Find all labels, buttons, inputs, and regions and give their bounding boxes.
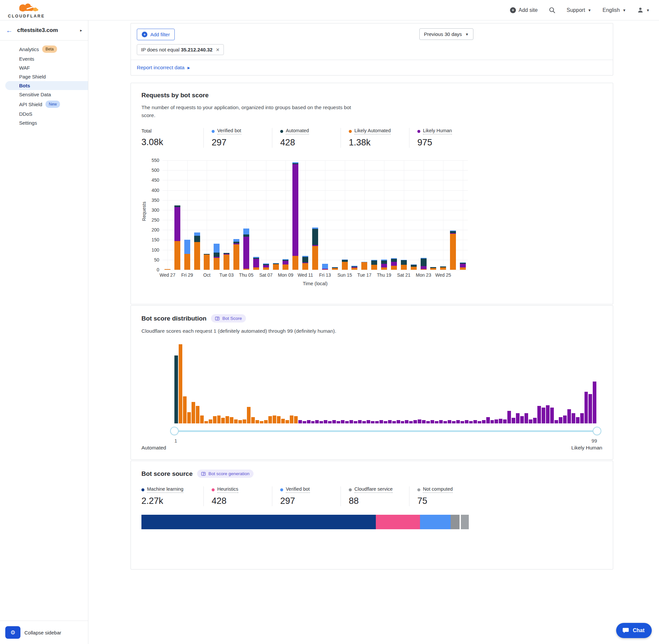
requests-bar[interactable] bbox=[214, 244, 219, 270]
hist-bar[interactable] bbox=[503, 419, 507, 423]
requests-bar[interactable] bbox=[243, 229, 249, 270]
search-button[interactable] bbox=[549, 7, 556, 14]
bot-score-generation-badge[interactable]: Bot score generation bbox=[197, 469, 254, 478]
hist-bar[interactable] bbox=[336, 421, 340, 423]
hist-bar[interactable] bbox=[294, 416, 298, 423]
hist-bar[interactable] bbox=[183, 396, 187, 423]
language-menu[interactable]: English▼ bbox=[603, 7, 626, 13]
hist-bar[interactable] bbox=[576, 417, 580, 423]
hist-bar[interactable] bbox=[572, 413, 575, 423]
hist-bar[interactable] bbox=[213, 416, 217, 423]
requests-bar[interactable] bbox=[302, 256, 308, 270]
hist-bar[interactable] bbox=[196, 406, 199, 423]
hist-bar[interactable] bbox=[388, 420, 392, 423]
requests-bar[interactable] bbox=[184, 240, 190, 270]
hist-bar[interactable] bbox=[486, 417, 490, 423]
hist-bar[interactable] bbox=[315, 420, 319, 423]
hist-bar[interactable] bbox=[542, 408, 545, 423]
requests-bar[interactable] bbox=[361, 262, 367, 270]
hist-bar[interactable] bbox=[174, 355, 178, 423]
sidebar-item-api-shield[interactable]: API ShieldNew bbox=[0, 99, 88, 110]
sidebar-item-settings[interactable]: Settings bbox=[0, 118, 88, 127]
back-arrow-icon[interactable]: ← bbox=[6, 27, 13, 33]
hist-bar[interactable] bbox=[332, 420, 336, 423]
hist-bar[interactable] bbox=[550, 408, 554, 423]
hist-bar[interactable] bbox=[341, 420, 345, 423]
sidebar-item-sensitive-data[interactable]: Sensitive Data bbox=[0, 90, 88, 99]
hist-bar[interactable] bbox=[281, 419, 285, 423]
slider-handle-min[interactable] bbox=[170, 427, 179, 435]
sidebar-item-waf[interactable]: WAF bbox=[0, 63, 88, 72]
requests-bar[interactable] bbox=[312, 228, 318, 270]
hist-bar[interactable] bbox=[384, 421, 387, 423]
bot-score-doc-badge[interactable]: Bot Score bbox=[211, 314, 245, 322]
hist-bar[interactable] bbox=[392, 421, 396, 423]
hist-bar[interactable] bbox=[456, 420, 460, 423]
hist-bar[interactable] bbox=[247, 407, 251, 423]
hist-bar[interactable] bbox=[251, 417, 255, 423]
requests-bar[interactable] bbox=[332, 267, 338, 270]
add-filter-button[interactable]: + Add filter bbox=[137, 29, 175, 40]
requests-bar[interactable] bbox=[263, 263, 269, 270]
sidebar-item-page-shield[interactable]: Page Shield bbox=[0, 72, 88, 81]
hist-bar[interactable] bbox=[328, 421, 332, 423]
requests-bar[interactable] bbox=[450, 230, 456, 270]
hist-bar[interactable] bbox=[426, 421, 430, 423]
hist-bar[interactable] bbox=[243, 419, 246, 423]
hist-bar[interactable] bbox=[524, 413, 528, 423]
hist-bar[interactable] bbox=[290, 415, 293, 423]
hist-bar[interactable] bbox=[358, 420, 362, 423]
hist-bar[interactable] bbox=[588, 394, 592, 423]
hist-bar[interactable] bbox=[187, 412, 191, 423]
hist-bar[interactable] bbox=[371, 421, 375, 423]
sidebar-item-events[interactable]: Events bbox=[0, 54, 88, 63]
hist-bar[interactable] bbox=[546, 405, 549, 423]
hist-bar[interactable] bbox=[585, 392, 588, 423]
slider-handle-max[interactable] bbox=[593, 427, 601, 435]
hist-bar[interactable] bbox=[537, 406, 541, 423]
requests-bar[interactable] bbox=[165, 269, 170, 270]
hist-bar[interactable] bbox=[405, 420, 408, 423]
hist-bar[interactable] bbox=[414, 420, 417, 423]
hist-bar[interactable] bbox=[311, 421, 315, 423]
hist-bar[interactable] bbox=[264, 420, 268, 423]
hist-bar[interactable] bbox=[443, 421, 447, 423]
hist-bar[interactable] bbox=[221, 418, 225, 423]
collapse-sidebar-button[interactable]: Collapse sidebar bbox=[24, 630, 61, 636]
hist-bar[interactable] bbox=[494, 419, 498, 423]
requests-bar[interactable] bbox=[233, 239, 239, 270]
hist-bar[interactable] bbox=[508, 411, 511, 423]
requests-bar[interactable] bbox=[204, 254, 210, 270]
hist-bar[interactable] bbox=[555, 420, 558, 423]
hist-bar[interactable] bbox=[563, 415, 567, 423]
hist-bar[interactable] bbox=[217, 415, 221, 423]
hist-bar[interactable] bbox=[516, 413, 520, 423]
hist-bar[interactable] bbox=[349, 420, 353, 423]
hist-bar[interactable] bbox=[204, 421, 208, 423]
hist-bar[interactable] bbox=[362, 421, 366, 423]
hist-bar[interactable] bbox=[191, 402, 195, 423]
requests-bar[interactable] bbox=[273, 263, 279, 270]
requests-bar[interactable] bbox=[351, 266, 357, 270]
requests-bar[interactable] bbox=[174, 205, 180, 270]
hist-bar[interactable] bbox=[461, 421, 464, 423]
hist-bar[interactable] bbox=[580, 413, 584, 423]
requests-bar[interactable] bbox=[391, 258, 397, 270]
hist-bar[interactable] bbox=[422, 420, 426, 423]
hist-bar[interactable] bbox=[430, 420, 434, 423]
hist-bar[interactable] bbox=[533, 418, 537, 423]
hist-bar[interactable] bbox=[354, 421, 357, 423]
requests-bar[interactable] bbox=[401, 260, 407, 270]
requests-bar[interactable] bbox=[194, 232, 200, 270]
requests-bar[interactable] bbox=[460, 262, 466, 270]
hist-bar[interactable] bbox=[499, 419, 502, 423]
account-menu[interactable]: ▼ bbox=[637, 7, 650, 13]
hist-bar[interactable] bbox=[285, 420, 289, 423]
hist-bar[interactable] bbox=[491, 420, 494, 423]
requests-bar[interactable] bbox=[430, 267, 436, 270]
hist-bar[interactable] bbox=[260, 421, 263, 423]
hist-bar[interactable] bbox=[409, 421, 413, 423]
hist-bar[interactable] bbox=[435, 421, 439, 423]
requests-bar[interactable] bbox=[223, 253, 230, 270]
hist-bar[interactable] bbox=[473, 420, 477, 423]
